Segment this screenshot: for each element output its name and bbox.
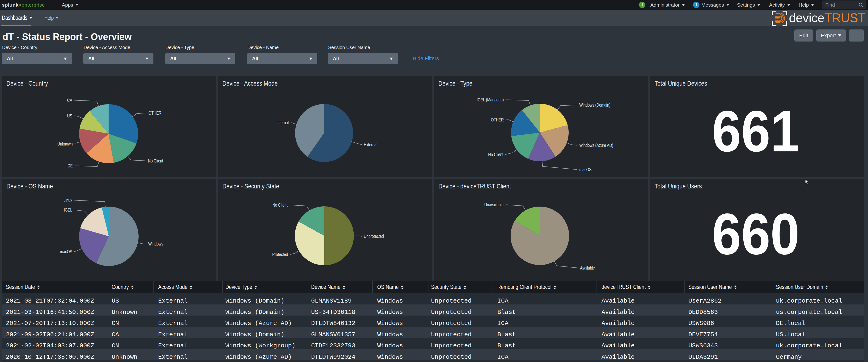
svg-text:US: US	[67, 113, 72, 119]
svg-text:Available: Available	[580, 265, 595, 270]
svg-text:No Client: No Client	[272, 202, 287, 207]
svg-text:Unprotected: Unprotected	[364, 234, 384, 239]
svg-text:DE: DE	[67, 163, 73, 168]
svg-text:IGEL (Managed): IGEL (Managed)	[476, 97, 504, 102]
svg-text:OTHER: OTHER	[149, 110, 161, 116]
svg-text:No Client: No Client	[148, 158, 163, 163]
svg-text:Windows: Windows	[148, 241, 163, 246]
svg-text:Windows (Domain): Windows (Domain)	[579, 102, 611, 107]
svg-text:IGEL: IGEL	[64, 207, 72, 212]
svg-text:OTHER: OTHER	[491, 117, 504, 122]
svg-text:Protected: Protected	[272, 252, 288, 257]
svg-text:Windows (Azure AD): Windows (Azure AD)	[579, 143, 613, 148]
svg-text:Linux: Linux	[63, 198, 72, 203]
svg-text:Internal: Internal	[276, 120, 289, 125]
svg-text:No Client: No Client	[488, 152, 503, 157]
svg-text:External: External	[364, 142, 377, 147]
svg-text:Unavailable: Unavailable	[485, 202, 503, 207]
svg-text:CA: CA	[67, 98, 72, 103]
svg-text:macOS: macOS	[579, 167, 592, 172]
svg-text:macOS: macOS	[60, 249, 72, 254]
svg-text:Unknown: Unknown	[57, 141, 73, 146]
